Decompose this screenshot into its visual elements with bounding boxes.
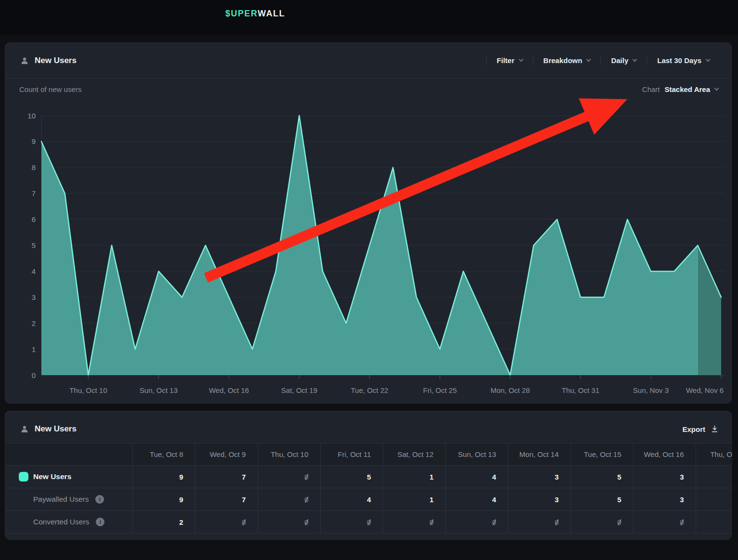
table-cell: 4 — [445, 466, 508, 488]
row-label-cell: New Users — [5, 466, 132, 488]
export-button[interactable]: Export — [682, 425, 718, 433]
control-daily[interactable]: Daily — [601, 56, 647, 65]
table-cell: 0 — [570, 511, 633, 534]
person-icon — [20, 425, 29, 433]
table-cell — [696, 511, 732, 534]
table-cell: 7 — [195, 488, 258, 511]
area-chart: 012345678910Thu, Oct 10Sun, Oct 13Wed, O… — [5, 43, 732, 404]
y-axis-label: 2 — [32, 319, 36, 327]
x-axis-label: Fri, Oct 25 — [423, 386, 457, 394]
area-fill-incomplete — [698, 246, 721, 376]
chart-type-value: Stacked Area — [665, 85, 711, 93]
table-cell: 5 — [570, 466, 633, 488]
row-label-cell: Converted Usersi — [5, 511, 132, 534]
chart-controls: FilterBreakdownDailyLast 30 Days — [486, 56, 720, 65]
table-cell: 5 — [570, 488, 633, 511]
table-cell — [696, 466, 732, 488]
table-cell: 7 — [195, 466, 258, 488]
x-axis-label: Sun, Nov 3 — [633, 386, 669, 394]
control-filter[interactable]: Filter — [487, 56, 533, 65]
column-header: Sat, Oct 12 — [383, 443, 445, 466]
top-nav: $UPERWALL — [0, 0, 738, 35]
new-users-table-card: New Users Export Tue, Oct 8Wed, Oct 9Thu… — [5, 411, 732, 540]
table-row: Converted Usersi200000000 — [5, 511, 732, 534]
y-axis-label: 1 — [32, 345, 36, 353]
x-axis-label: Thu, Oct 10 — [69, 386, 107, 394]
chart-title: New Users — [35, 56, 77, 65]
legend-swatch — [19, 472, 28, 482]
table-cell — [696, 488, 732, 511]
table-cell: 0 — [508, 511, 570, 534]
table-cell: 4 — [445, 488, 508, 511]
chart-type-selector[interactable]: Chart Stacked Area — [642, 85, 718, 93]
table-row: Paywalled Usersi970414353 — [5, 488, 732, 511]
superwall-logo[interactable]: $UPERWALL — [225, 9, 285, 19]
chart-card-header: New Users FilterBreakdownDailyLast 30 Da… — [5, 43, 731, 78]
chevron-down-icon — [714, 86, 719, 91]
logo-rest-text: WALL — [258, 9, 285, 18]
person-icon — [20, 56, 29, 65]
info-icon[interactable]: i — [95, 495, 104, 504]
table-cell: 0 — [633, 511, 696, 534]
column-header: Sun, Oct 13 — [445, 443, 508, 466]
column-header: Tue, Oct 15 — [570, 443, 633, 466]
y-axis-label: 6 — [32, 215, 36, 223]
row-label: New Users — [33, 472, 71, 481]
control-breakdown[interactable]: Breakdown — [533, 56, 601, 65]
table-cell: 3 — [508, 466, 570, 488]
chevron-down-icon — [586, 57, 591, 62]
row-label-cell: Paywalled Usersi — [5, 488, 132, 511]
y-axis-label: 0 — [32, 371, 36, 379]
column-header: Fri, Oct 11 — [320, 443, 383, 466]
info-icon[interactable]: i — [96, 518, 104, 526]
table-cell: 5 — [320, 466, 383, 488]
column-header: Thu, Oct 10 — [258, 443, 320, 466]
table-row: New Users970514353 — [5, 466, 732, 488]
table-cell: 3 — [633, 466, 696, 488]
x-axis-label: Thu, Oct 31 — [562, 386, 599, 394]
table-cell: 0 — [258, 466, 320, 488]
control-last-30-days[interactable]: Last 30 Days — [647, 56, 720, 65]
x-axis-label: Sat, Oct 19 — [281, 386, 317, 394]
table-cell: 9 — [132, 488, 195, 511]
column-header: Wed, Oct 16 — [633, 443, 696, 466]
logo-accent-text: $UPER — [225, 9, 258, 18]
y-axis-label: 7 — [32, 189, 36, 197]
row-label-column-header — [5, 443, 132, 466]
x-axis-label: Tue, Oct 22 — [351, 386, 388, 394]
column-header: Thu, O — [696, 443, 732, 466]
new-users-table: Tue, Oct 8Wed, Oct 9Thu, Oct 10Fri, Oct … — [5, 443, 732, 534]
new-users-chart-card: 012345678910Thu, Oct 10Sun, Oct 13Wed, O… — [5, 42, 732, 404]
control-label: Breakdown — [544, 56, 583, 65]
chevron-down-icon — [706, 57, 711, 62]
y-axis-label: 5 — [32, 241, 36, 249]
table-cell: 0 — [258, 488, 320, 511]
download-icon — [711, 425, 718, 433]
table-cell: 1 — [383, 488, 445, 511]
table-cell: 4 — [320, 488, 383, 511]
column-header: Wed, Oct 9 — [195, 443, 258, 466]
table-title: New Users — [35, 424, 77, 434]
chart-subtitle: Count of new users — [19, 85, 81, 93]
control-label: Last 30 Days — [657, 56, 701, 65]
y-axis-label: 8 — [32, 163, 36, 171]
table-cell: 1 — [383, 466, 445, 488]
table-cell: 0 — [320, 511, 383, 534]
row-label: Paywalled Users — [33, 495, 89, 504]
table-cell: 0 — [195, 511, 258, 534]
control-label: Filter — [497, 56, 515, 65]
table-cell: 0 — [445, 511, 508, 534]
table-cell: 0 — [383, 511, 445, 534]
chart-type-label: Chart — [642, 85, 660, 93]
y-axis-label: 10 — [27, 112, 36, 120]
table-cell: 9 — [132, 466, 195, 488]
x-axis-label: Mon, Oct 28 — [491, 386, 530, 394]
chevron-down-icon — [518, 57, 523, 62]
y-axis-label: 4 — [32, 267, 36, 275]
x-axis-label: Wed, Nov 6 — [686, 386, 724, 394]
chevron-down-icon — [633, 57, 637, 62]
control-label: Daily — [611, 56, 628, 65]
x-axis-label: Sun, Oct 13 — [140, 386, 178, 394]
column-header: Mon, Oct 14 — [508, 443, 570, 466]
row-label: Converted Users — [33, 518, 89, 526]
